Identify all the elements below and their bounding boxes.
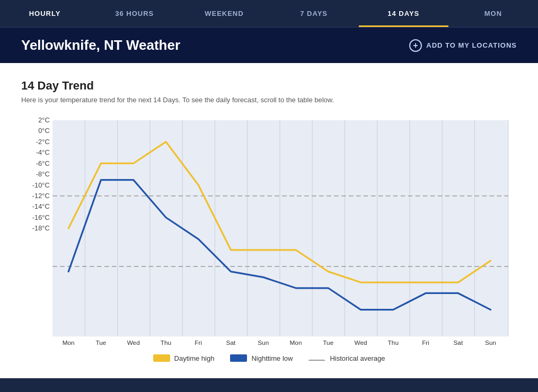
svg-text:Tue: Tue [96,339,107,346]
svg-text:-18°C: -18°C [32,224,50,232]
daytime-swatch [153,354,170,362]
svg-text:-4°C: -4°C [36,148,50,156]
svg-text:-6°C: -6°C [36,159,50,167]
svg-text:-14°C: -14°C [32,202,50,210]
svg-text:Thu: Thu [161,339,171,346]
chart-container: 2°C 0°C -2°C -4°C -6°C -8°C -10°C -12°C … [21,114,517,362]
trend-chart: 2°C 0°C -2°C -4°C -6°C -8°C -10°C -12°C … [21,114,517,348]
svg-text:Fri: Fri [422,339,429,346]
svg-text:11/05: 11/05 [320,346,336,348]
plus-icon: + [409,39,422,52]
legend-daytime: Daytime high [153,354,215,362]
trend-title: 14 Day Trend [21,79,517,93]
nav-tab-weekend[interactable]: WEEKEND [179,0,269,27]
chart-legend: Daytime high Nighttime low Historical av… [21,354,517,362]
nav-tabs: HOURLY36 HOURSWEEKEND7 DAYS14 DAYSMON [0,0,538,28]
svg-text:10/31: 10/31 [158,346,174,348]
svg-text:Tue: Tue [323,339,333,346]
svg-text:11/10: 11/10 [483,346,499,348]
svg-text:10/30: 10/30 [126,346,142,348]
add-location-label: ADD TO MY LOCATIONS [426,41,517,49]
page-header: Yellowknife, NT Weather + ADD TO MY LOCA… [0,28,538,63]
nighttime-label: Nighttime low [251,354,293,362]
svg-text:11/06: 11/06 [353,346,369,348]
svg-text:-8°C: -8°C [36,170,50,178]
nav-tab-36hours[interactable]: 36 HOURS [90,0,179,27]
add-location-button[interactable]: + ADD TO MY LOCATIONS [409,39,517,52]
svg-text:Sat: Sat [226,339,236,346]
nav-tab-monthly[interactable]: MON [448,0,538,27]
historical-label: Historical average [330,354,385,362]
svg-text:-10°C: -10°C [32,181,50,189]
legend-historical: Historical average [308,354,385,362]
nav-tab-14days[interactable]: 14 DAYS [359,0,448,27]
daytime-label: Daytime high [174,354,215,362]
svg-text:0°C: 0°C [38,127,50,135]
svg-text:11/08: 11/08 [418,346,434,348]
svg-text:11/07: 11/07 [385,346,401,348]
svg-text:10/28: 10/28 [60,346,76,348]
main-content: 14 Day Trend Here is your temperature tr… [0,63,538,378]
svg-text:Fri: Fri [195,339,202,346]
svg-text:11/04: 11/04 [288,346,304,348]
svg-text:11/02: 11/02 [223,346,239,348]
svg-text:Mon: Mon [290,339,302,346]
svg-text:Wed: Wed [127,339,140,346]
svg-text:-12°C: -12°C [32,192,50,200]
svg-text:11/01: 11/01 [190,346,206,348]
svg-text:10/29: 10/29 [93,346,109,348]
trend-subtitle: Here is your temperature trend for the n… [21,96,517,104]
svg-text:Sat: Sat [453,339,463,346]
svg-text:Sun: Sun [485,339,496,346]
historical-swatch [308,360,325,361]
svg-text:2°C: 2°C [38,116,50,124]
svg-text:Mon: Mon [63,339,75,346]
location-title: Yellowknife, NT Weather [21,37,180,54]
svg-text:-2°C: -2°C [36,138,50,146]
svg-rect-0 [52,120,508,336]
nav-tab-hourly[interactable]: HOURLY [0,0,90,27]
svg-text:-16°C: -16°C [32,213,50,221]
nighttime-swatch [230,354,247,362]
svg-text:11/03: 11/03 [255,346,271,348]
legend-nighttime: Nighttime low [230,354,293,362]
svg-text:11/09: 11/09 [451,346,466,348]
svg-text:Wed: Wed [354,339,367,346]
svg-text:Sun: Sun [258,339,269,346]
svg-text:Thu: Thu [388,339,399,346]
nav-tab-7days[interactable]: 7 DAYS [269,0,359,27]
